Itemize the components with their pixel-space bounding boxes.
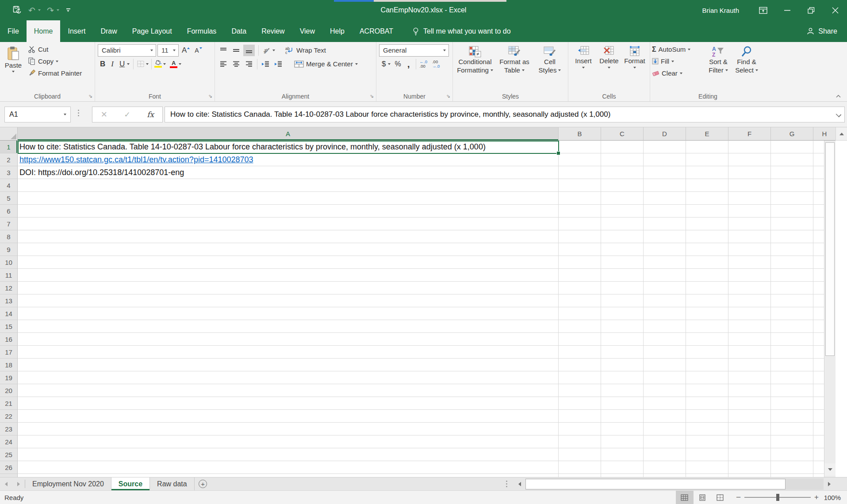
cell-D7[interactable]	[644, 218, 686, 230]
cell-F21[interactable]	[728, 397, 771, 410]
cell-G5[interactable]	[771, 192, 813, 205]
tab-data[interactable]: Data	[224, 20, 254, 42]
row-header-27[interactable]	[0, 474, 18, 477]
row-header-3[interactable]: 3	[0, 166, 18, 179]
cell-F26[interactable]	[728, 461, 771, 474]
cell-G25[interactable]	[771, 448, 813, 461]
cell-G4[interactable]	[771, 179, 813, 192]
cell-A19[interactable]	[18, 371, 559, 384]
italic-button[interactable]: I	[109, 60, 116, 69]
sheet-tab-source[interactable]: Source	[111, 477, 150, 490]
cell-F3[interactable]	[728, 166, 771, 179]
cell-G8[interactable]	[771, 230, 813, 243]
cell-E21[interactable]	[686, 397, 728, 410]
format-cells-button[interactable]: Format	[622, 43, 648, 69]
cell-D12[interactable]	[644, 282, 686, 294]
decrease-indent-button[interactable]	[260, 58, 271, 70]
zoom-slider[interactable]	[744, 497, 811, 498]
underline-dropdown-icon[interactable]	[127, 63, 130, 65]
row-header-22[interactable]: 22	[0, 410, 18, 423]
horizontal-scrollbar-track[interactable]	[525, 478, 824, 490]
currency-dropdown-icon[interactable]	[388, 63, 391, 65]
cell-B12[interactable]	[559, 282, 601, 294]
vertical-scrollbar[interactable]	[824, 141, 836, 477]
underline-button[interactable]: U	[117, 60, 126, 69]
cell-A23[interactable]	[18, 423, 559, 435]
vertical-scrollbar-thumb[interactable]	[825, 142, 835, 356]
row-header-25[interactable]: 25	[0, 448, 18, 461]
cell-C22[interactable]	[601, 410, 644, 423]
cell-C10[interactable]	[601, 256, 644, 269]
page-break-preview-button[interactable]	[711, 491, 729, 504]
row-header-26[interactable]: 26	[0, 461, 18, 474]
find-select-button[interactable]: Find & Select	[732, 43, 761, 79]
redo-dropdown-icon[interactable]	[57, 9, 59, 11]
cell-A7[interactable]	[18, 218, 559, 230]
cell-G11[interactable]	[771, 269, 813, 282]
orientation-dropdown-icon[interactable]	[272, 50, 275, 51]
cell-G15[interactable]	[771, 320, 813, 333]
cell-C25[interactable]	[601, 448, 644, 461]
fill-dropdown-icon[interactable]	[671, 61, 674, 62]
previous-sheet-button[interactable]	[0, 477, 12, 490]
cell-D15[interactable]	[644, 320, 686, 333]
cell-A9[interactable]	[18, 243, 559, 256]
row-header-24[interactable]: 24	[0, 435, 18, 448]
cell-B18[interactable]	[559, 359, 601, 371]
cell-B5[interactable]	[559, 192, 601, 205]
row-header-15[interactable]: 15	[0, 320, 18, 333]
row-header-14[interactable]: 14	[0, 307, 18, 320]
cell-F25[interactable]	[728, 448, 771, 461]
zoom-slider-thumb[interactable]	[776, 494, 779, 501]
insert-dropdown-icon[interactable]	[582, 67, 585, 69]
cell-B22[interactable]	[559, 410, 601, 423]
cell-F16[interactable]	[728, 333, 771, 346]
insert-cells-button[interactable]: Insert	[571, 43, 596, 69]
vertical-scroll-up-button[interactable]	[836, 127, 847, 141]
column-header-G[interactable]: G	[771, 127, 813, 141]
cell-E3[interactable]	[686, 166, 728, 179]
cell-F27[interactable]	[728, 474, 771, 477]
cell-A16[interactable]	[18, 333, 559, 346]
column-header-F[interactable]: F	[728, 127, 771, 141]
cell-E9[interactable]	[686, 243, 728, 256]
tab-splitter-grip[interactable]	[506, 481, 507, 487]
user-name[interactable]: Brian Krauth	[702, 7, 739, 14]
formula-input[interactable]: How to cite: Statistics Canada. Table 14…	[165, 107, 845, 122]
cell-C6[interactable]	[601, 205, 644, 218]
cell-G16[interactable]	[771, 333, 813, 346]
cell-A5[interactable]	[18, 192, 559, 205]
cell-D14[interactable]	[644, 307, 686, 320]
tab-insert[interactable]: Insert	[60, 20, 93, 42]
cell-F8[interactable]	[728, 230, 771, 243]
normal-view-button[interactable]	[676, 491, 694, 504]
cell-D10[interactable]	[644, 256, 686, 269]
cell-B27[interactable]	[559, 474, 601, 477]
cell-F23[interactable]	[728, 423, 771, 435]
cell-A24[interactable]	[18, 435, 559, 448]
cell-A17[interactable]	[18, 346, 559, 359]
cell-A11[interactable]	[18, 269, 559, 282]
cell-B6[interactable]	[559, 205, 601, 218]
cell-B26[interactable]	[559, 461, 601, 474]
cell-D22[interactable]	[644, 410, 686, 423]
decrease-decimal-button[interactable]: .00→.0	[432, 60, 440, 69]
cell-F14[interactable]	[728, 307, 771, 320]
font-dialog-launcher-icon[interactable]: ⇘	[208, 94, 212, 99]
cell-D16[interactable]	[644, 333, 686, 346]
orientation-button[interactable]: ab	[262, 46, 271, 54]
cell-F5[interactable]	[728, 192, 771, 205]
cell-F12[interactable]	[728, 282, 771, 294]
cell-E1[interactable]	[686, 141, 728, 153]
paste-dropdown-icon[interactable]	[12, 71, 15, 73]
save-icon[interactable]	[12, 5, 22, 15]
autosum-button[interactable]: Σ AutoSum	[650, 43, 704, 55]
cell-G23[interactable]	[771, 423, 813, 435]
cell-D5[interactable]	[644, 192, 686, 205]
cell-C15[interactable]	[601, 320, 644, 333]
row-header-7[interactable]: 7	[0, 218, 18, 230]
percent-button[interactable]: %	[392, 60, 403, 68]
cell-D17[interactable]	[644, 346, 686, 359]
wrap-text-button[interactable]: abc Wrap Text	[284, 44, 328, 56]
cell-A13[interactable]	[18, 294, 559, 307]
